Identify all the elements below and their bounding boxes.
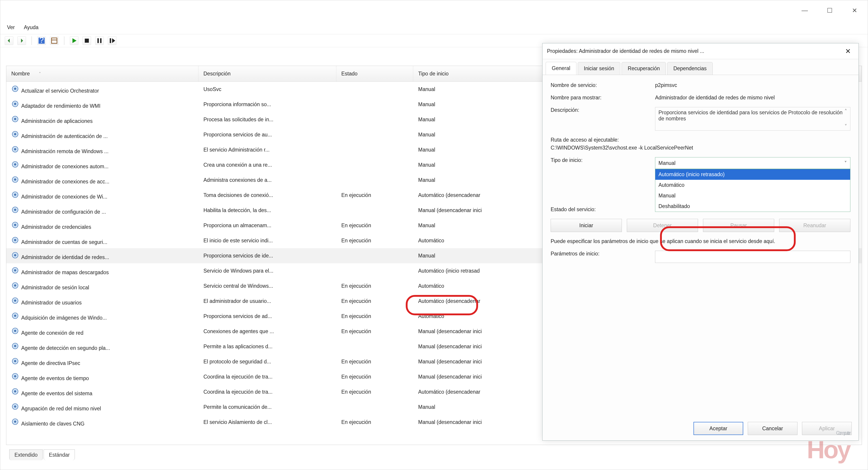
tab-recovery[interactable]: Recuperación xyxy=(622,62,666,75)
gear-icon xyxy=(11,130,19,138)
menu-view[interactable]: Ver xyxy=(7,24,15,31)
service-name: Administrador de identidad de redes... xyxy=(21,254,109,260)
svg-point-27 xyxy=(14,224,16,226)
combo-option-disabled[interactable]: Deshabilitado xyxy=(655,201,850,212)
stop-icon[interactable] xyxy=(83,36,91,45)
pause-icon[interactable] xyxy=(95,36,104,45)
header-description[interactable]: Descripción xyxy=(198,66,336,81)
service-description: Proporciona un almacenam... xyxy=(198,223,336,229)
close-icon[interactable]: ✕ xyxy=(842,46,854,57)
svg-point-49 xyxy=(14,390,16,393)
gear-icon xyxy=(11,191,19,199)
start-params-input[interactable] xyxy=(655,251,850,263)
dialog-title: Propiedades: Administrador de identidad … xyxy=(547,48,704,54)
svg-point-23 xyxy=(14,194,16,196)
service-name: Administrador de usuarios xyxy=(21,300,82,306)
menu-help[interactable]: Ayuda xyxy=(24,24,39,31)
service-state: En ejecución xyxy=(336,389,413,395)
restart-icon[interactable] xyxy=(108,36,116,45)
header-state[interactable]: Estado xyxy=(336,66,413,81)
pause-button: Pausar xyxy=(703,219,774,232)
gear-icon xyxy=(11,251,19,259)
service-description: El administrador de usuario... xyxy=(198,298,336,304)
svg-point-9 xyxy=(14,88,16,90)
service-state: En ejecución xyxy=(336,283,413,289)
tab-extended[interactable]: Extendido xyxy=(9,449,43,460)
service-name: Agente de eventos de tiempo xyxy=(21,375,89,381)
gear-icon xyxy=(11,85,19,93)
svg-rect-2 xyxy=(52,38,57,43)
service-state: En ejecución xyxy=(336,238,413,244)
header-name[interactable]: Nombre˄ xyxy=(6,66,198,81)
tab-logon[interactable]: Iniciar sesión xyxy=(578,62,620,75)
svg-point-21 xyxy=(14,178,16,181)
help-icon[interactable]: ? xyxy=(37,36,46,45)
properties-icon[interactable] xyxy=(50,36,59,45)
start-button[interactable]: Iniciar xyxy=(551,219,622,232)
service-description: UsoSvc xyxy=(198,86,336,92)
maximize-button[interactable]: ☐ xyxy=(817,4,842,17)
svg-point-29 xyxy=(14,239,16,241)
combo-option-auto[interactable]: Automático xyxy=(655,180,850,191)
service-name: Agente de conexión de red xyxy=(21,330,84,336)
gear-icon xyxy=(11,236,19,244)
service-description: Servicio de Windows para el... xyxy=(198,268,336,274)
svg-rect-5 xyxy=(97,38,99,43)
service-description: El servicio Administración r... xyxy=(198,147,336,153)
gear-icon xyxy=(11,388,19,395)
service-name: Actualizar el servicio Orchestrator xyxy=(21,88,99,94)
ok-button[interactable]: Aceptar xyxy=(693,422,743,435)
service-name: Administrador de conexiones de acc... xyxy=(21,179,110,184)
forward-icon[interactable] xyxy=(18,36,26,45)
gear-icon xyxy=(11,221,19,229)
svg-rect-4 xyxy=(85,39,89,43)
svg-point-17 xyxy=(14,148,16,150)
svg-point-35 xyxy=(14,284,16,287)
svg-point-39 xyxy=(14,314,16,317)
play-icon[interactable] xyxy=(70,36,79,45)
close-button[interactable]: ✕ xyxy=(842,4,867,17)
combo-option-manual[interactable]: Manual xyxy=(655,191,850,201)
gear-icon xyxy=(11,267,19,274)
gear-icon xyxy=(11,403,19,410)
svg-point-13 xyxy=(14,118,16,120)
service-description: Permite la comunicación de... xyxy=(198,404,336,410)
gear-icon xyxy=(11,145,19,153)
svg-point-33 xyxy=(14,269,16,271)
minimize-button[interactable]: — xyxy=(792,4,817,17)
tab-general[interactable]: General xyxy=(546,62,577,75)
combo-option-auto-delayed[interactable]: Automático (inicio retrasado) xyxy=(655,169,850,180)
cancel-button[interactable]: Cancelar xyxy=(748,422,798,435)
service-name: Administrador de cuentas de seguri... xyxy=(21,239,107,245)
service-state: En ejecución xyxy=(336,359,413,365)
help-text: Puede especificar los parámetros de inic… xyxy=(551,238,850,244)
tab-dependencies[interactable]: Dependencias xyxy=(667,62,713,75)
sort-asc-icon: ˄ xyxy=(39,71,41,76)
service-control-buttons: Iniciar Detener Pausar Reanudar xyxy=(551,219,850,232)
service-description: Coordina la ejecución de tra... xyxy=(198,389,336,395)
service-name: Agrupación de red del mismo nivel xyxy=(21,406,101,411)
service-description: Servicio central de Windows... xyxy=(198,283,336,289)
back-icon[interactable] xyxy=(5,36,13,45)
apply-button: Aplicar xyxy=(802,422,852,435)
titlebar: — ☐ ✕ xyxy=(0,0,868,21)
svg-point-45 xyxy=(14,360,16,362)
dialog-form: Nombre de servicio: p2pimsvc Nombre para… xyxy=(542,75,859,270)
gear-icon xyxy=(11,176,19,183)
svg-text:?: ? xyxy=(39,37,43,44)
services-window: — ☐ ✕ Ver Ayuda ? Nombre˄ Descripción Es… xyxy=(0,0,868,470)
startup-type-combo[interactable]: Manual ˅ Automático (inicio retrasado) A… xyxy=(655,157,850,169)
label-exe-path: Ruta de acceso al ejecutable: xyxy=(551,137,619,143)
tab-standard[interactable]: Estándar xyxy=(43,449,75,460)
gear-icon xyxy=(11,297,19,304)
desc-scroll[interactable]: ˄˅ xyxy=(842,108,849,129)
resume-button: Reanudar xyxy=(779,219,850,232)
service-name: Administrador de sesión local xyxy=(21,284,89,291)
gear-icon xyxy=(11,206,19,214)
svg-point-15 xyxy=(14,133,16,135)
service-description: Conexiones de agentes que ... xyxy=(198,328,336,335)
gear-icon xyxy=(11,342,19,350)
service-name: Aislamiento de claves CNG xyxy=(21,421,85,427)
label-startup-type: Tipo de inicio: xyxy=(551,157,650,163)
view-tabs: Extendido Estándar xyxy=(9,449,76,460)
